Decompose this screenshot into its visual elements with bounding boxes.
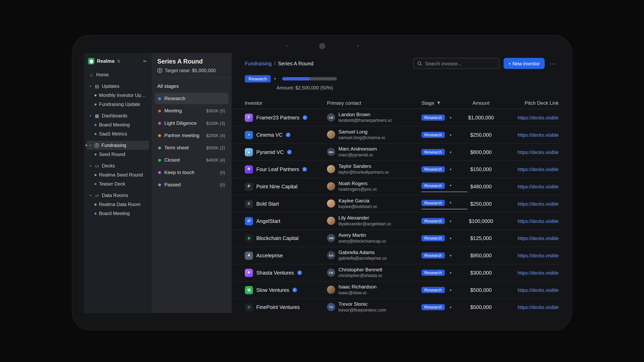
pitch-deck-link[interactable]: https://decks.visible [508,236,559,241]
sidebar-item[interactable]: ▾ ▭ Decks [86,161,149,170]
search-box[interactable] [413,58,499,69]
chevron-down-icon[interactable]: ▾ [89,164,92,168]
bezel-dots [72,43,572,49]
chevron-down-icon[interactable]: ▾ [450,167,452,171]
sidebar-item[interactable]: ▾ ▦ Dashboards [86,111,149,120]
chevron-down-icon[interactable]: ▾ [450,201,452,205]
sidebar-item[interactable]: ▾ $ Fundraising [86,141,149,150]
pitch-deck-link[interactable]: https://decks.visible [508,288,559,293]
investor-name[interactable]: Pyramid VC [256,149,284,155]
stage-name: Research [164,96,186,101]
investor-name[interactable]: Cinema VC [256,132,283,138]
stage-filter-item[interactable]: Passed (0) [155,179,228,190]
stage-select[interactable]: Research [422,235,445,241]
col-stage[interactable]: Stage [422,100,454,106]
sidebar-item[interactable]: ▾ ⌂ Home [86,70,149,79]
investor-name[interactable]: Slow Ventures [256,287,289,293]
stage-select[interactable]: Research [422,115,445,121]
investor-name[interactable]: AngelStart [256,218,280,224]
chevron-down-icon[interactable]: ▾ [450,184,452,188]
contact-text: Trevor Stonic trevor@finepointevc.com [338,301,386,313]
stage-filter-item[interactable]: Light Diligence $100K (3) [155,117,228,129]
pitch-deck-link[interactable]: https://decks.visible [508,167,559,172]
workspace-switcher[interactable]: Realma ⇅ ⇤ [86,56,149,66]
chevron-down-icon[interactable]: ▾ [450,288,452,292]
chevron-down-icon[interactable]: ▾ [450,271,452,275]
investor-name[interactable]: Bold Start [256,201,279,207]
stage-color-dot [158,171,161,174]
sidebar-item[interactable]: ▾ Teaser Deck [86,179,149,188]
stage-filter-item[interactable]: Research [155,93,228,104]
stage-cell: Research ▾ [422,282,454,299]
chevron-down-icon[interactable]: ▾ [89,143,92,147]
stage-select[interactable]: Research [422,270,445,276]
stage-select[interactable]: Research [422,166,445,172]
chevron-down-icon[interactable]: ▾ [450,133,452,137]
pitch-deck-link[interactable]: https://decks.visible [508,253,559,258]
stage-cell: Research ▾ [422,264,454,281]
chevron-down-icon[interactable]: ▾ [450,219,452,223]
stage-filter-item[interactable]: Partner meeting $200K (4) [155,130,228,141]
search-input[interactable] [425,61,495,66]
chevron-down-icon[interactable]: ▾ [450,254,452,258]
pitch-deck-link[interactable]: https://decks.visible [508,184,559,189]
stage-select[interactable]: Research [422,149,445,155]
pitch-deck-link[interactable]: https://decks.visible [508,305,559,310]
chevron-down-icon[interactable]: ▾ [450,236,452,240]
contact-cell: LB Landon Brown landonb@framerpartners.v… [327,112,422,124]
stage-select[interactable]: Research [422,218,445,224]
pitch-deck-link[interactable]: https://decks.visible [508,115,559,120]
sidebar-item[interactable]: ▾ Board Meeting [86,209,149,218]
sidebar-item[interactable]: ▾ Board Meeting [86,120,149,129]
sidebar-item[interactable]: ▾ SaaS Metrics [86,129,149,138]
sidebar-item[interactable]: ▾ Realma Seed Round [86,170,149,179]
chevron-down-icon[interactable]: ▾ [450,305,452,309]
sidebar-item[interactable]: ▾ Seed Round [86,150,149,159]
sidebar-item-icon: $ [94,143,99,148]
chevron-down-icon[interactable]: ▾ [274,77,276,81]
stage-color-dot [158,109,161,112]
investor-name[interactable]: Four Leaf Partners [256,166,299,172]
sidebar-item-label: Realma Seed Round [99,172,143,177]
sidebar-item[interactable]: ▾ Fundraising Update [86,100,149,109]
stage-filter-item[interactable]: Keep in touch (0) [155,167,228,178]
chevron-down-icon[interactable]: ▾ [450,116,452,120]
sidebar-item[interactable]: ▾ ▱ Data Rooms [86,191,149,200]
pitch-deck-link[interactable]: https://decks.visible [508,150,559,155]
new-investor-button[interactable]: + New investor [503,58,544,69]
investor-name[interactable]: Acceleprise [256,253,283,259]
stage-filter-item[interactable]: Closed $400K (4) [155,154,228,166]
pitch-deck-link[interactable]: https://decks.visible [508,132,559,137]
stage-select[interactable]: Research [422,253,445,259]
breadcrumb-fundraising-link[interactable]: Fundraising [245,60,272,66]
stage-select[interactable]: Research [422,200,445,206]
pitch-deck-link[interactable]: https://decks.visible [508,270,559,275]
chevron-down-icon[interactable]: ▾ [89,84,92,88]
sidebar-item[interactable]: ▾ Monthly Investor Update [86,91,149,100]
stage-select[interactable]: Research [422,304,445,310]
investor-name[interactable]: Point Nine Capital [256,184,297,190]
investor-name[interactable]: Blockchain Capital [256,235,298,241]
stage-amount: $400K (4) [206,158,225,163]
chevron-down-icon[interactable]: ▾ [450,150,452,154]
stage-select[interactable]: Research [422,132,445,138]
more-options-button[interactable]: ⋯ [549,60,556,67]
filter-icon[interactable] [437,101,441,105]
investor-name[interactable]: Framer23 Partners [256,115,299,121]
investor-logo-glyph: B [248,202,250,206]
pitch-deck-link[interactable]: https://decks.visible [508,201,559,206]
investor-name[interactable]: Shasta Ventures [256,270,294,276]
stage-select[interactable]: Research [422,183,445,189]
sidebar-item[interactable]: ▾ ▤ Updates [86,82,149,91]
chevron-down-icon[interactable]: ▾ [89,194,92,197]
stage-filter-item[interactable]: Term sheet $500K (2) [155,142,228,153]
chevron-down-icon[interactable]: ▾ [89,114,92,118]
sidebar-item[interactable]: ▾ Realma Data Room [86,200,149,209]
verified-badge-icon: ✓ [287,150,292,154]
pitch-deck-link[interactable]: https://decks.visible [508,219,559,224]
stage-select[interactable]: Research [422,287,445,293]
stage-filter-item[interactable]: Meeting $300K (5) [155,105,228,117]
collapse-sidebar-icon[interactable]: ⇤ [143,58,148,64]
stage-filter-chip[interactable]: Research [245,75,271,83]
investor-name[interactable]: FinePoint Ventures [256,304,300,310]
